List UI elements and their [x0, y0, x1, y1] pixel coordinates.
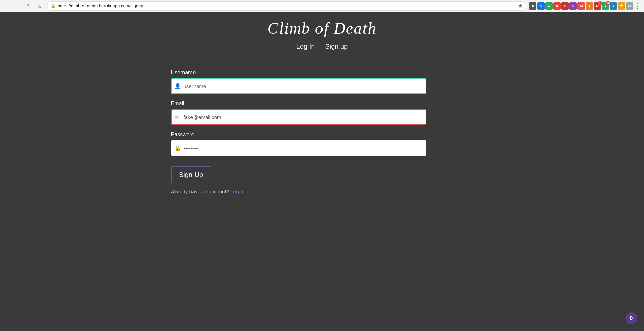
user-icon: 👤: [174, 83, 181, 89]
ext-icon-4[interactable]: A: [553, 2, 561, 10]
password-input-wrapper: 🔒: [171, 140, 426, 156]
nav-signup[interactable]: Sign up: [325, 43, 348, 50]
ext-icon-10[interactable]: ● 16: [602, 2, 609, 10]
website: Climb of Death Log In Sign up Username 👤…: [0, 12, 644, 318]
browser-chrome: ← → ↻ ⌂ 🔒 https://dimb-of-death.herokuap…: [0, 0, 644, 12]
nav-login[interactable]: Log In: [296, 43, 315, 50]
ext-icon-9[interactable]: R 1: [594, 2, 601, 10]
menu-icon[interactable]: ⋮: [634, 2, 641, 10]
ext-icon-7[interactable]: M: [577, 2, 585, 10]
email-icon: ✉: [174, 114, 179, 120]
corner-badge: 0: [625, 312, 637, 324]
username-label: Username: [171, 70, 426, 76]
site-logo: Climb of Death: [0, 19, 644, 37]
ext-icon-13[interactable]: >>: [626, 2, 633, 10]
password-group: Password 🔒: [171, 132, 426, 156]
ext-icon-2[interactable]: N: [537, 2, 545, 10]
username-input-wrapper: 👤: [171, 78, 426, 94]
ext-icon-6[interactable]: S: [569, 2, 577, 10]
password-input[interactable]: [171, 140, 426, 156]
ext-icon-3[interactable]: ●: [545, 2, 553, 10]
ext-icon-8[interactable]: ●: [586, 2, 593, 10]
already-account-text: Already have an account? Log In: [171, 189, 426, 194]
signup-button[interactable]: Sign Up: [171, 166, 211, 183]
reload-button[interactable]: ↻: [24, 1, 34, 11]
email-label: Email: [171, 101, 426, 107]
signup-form-container: Username 👤 Email ✉ Password 🔒: [171, 70, 426, 194]
url-text: https://dimb-of-death.herokuapp.com/sign…: [58, 3, 143, 8]
home-button[interactable]: ⌂: [35, 1, 44, 11]
extensions-bar: ■ N ● A P S M ● R 1 ● 16 ● ★ >> ⋮: [529, 2, 641, 10]
nav-buttons: ← → ↻ ⌂: [3, 1, 44, 11]
login-link[interactable]: Log In: [230, 189, 245, 194]
star-icon[interactable]: ★: [518, 3, 523, 9]
ext-icon-5[interactable]: P: [561, 2, 569, 10]
ext-icon-12[interactable]: ★: [618, 2, 625, 10]
site-header: Climb of Death Log In Sign up: [0, 12, 644, 56]
email-input-wrapper: ✉: [171, 109, 426, 125]
ext-icon-11[interactable]: ●: [610, 2, 617, 10]
email-group: Email ✉: [171, 101, 426, 125]
lock-icon: 🔒: [51, 4, 56, 8]
site-main: Username 👤 Email ✉ Password 🔒: [171, 56, 473, 208]
site-nav: Log In Sign up: [0, 43, 644, 56]
forward-button[interactable]: →: [13, 1, 23, 11]
back-button[interactable]: ←: [3, 1, 12, 11]
password-label: Password: [171, 132, 426, 138]
username-group: Username 👤: [171, 70, 426, 94]
lock-field-icon: 🔒: [174, 145, 181, 151]
ext-icon-1[interactable]: ■: [529, 2, 536, 10]
email-input[interactable]: [171, 109, 426, 125]
address-bar[interactable]: 🔒 https://dimb-of-death.herokuapp.com/si…: [47, 1, 526, 11]
username-input[interactable]: [171, 78, 426, 94]
